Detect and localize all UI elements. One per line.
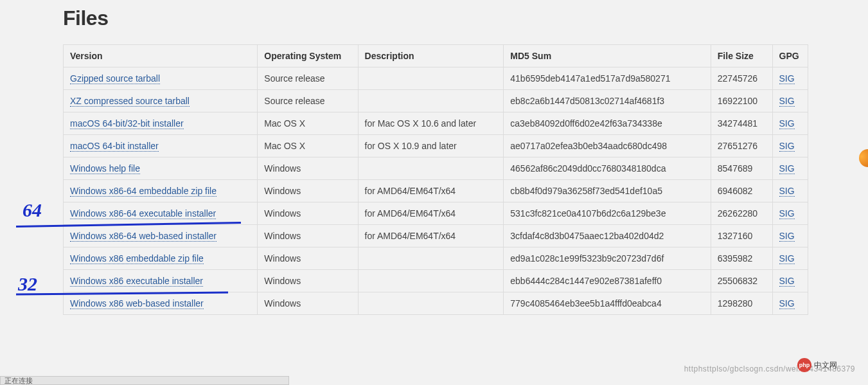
col-os: Operating System <box>258 45 358 67</box>
cell-desc: for AMD64/EM64T/x64 <box>358 180 504 202</box>
annotation-32-label: 32 <box>18 273 37 295</box>
download-link[interactable]: Windows x86-64 executable installer <box>70 208 216 219</box>
cell-size: 22745726 <box>711 67 772 90</box>
cell-md5: 779c4085464eb3ee5b1a4fffd0eabca4 <box>504 292 711 315</box>
cell-size: 1327160 <box>711 225 772 247</box>
cell-os: Windows <box>258 157 358 180</box>
download-link[interactable]: Windows x86-64 web-based installer <box>70 231 217 242</box>
cell-size: 27651276 <box>711 135 772 157</box>
cell-md5: cb8b4f0d979a36258f73ed541def10a5 <box>504 180 711 202</box>
download-link[interactable]: Windows x86-64 embeddable zip file <box>70 186 217 197</box>
cell-size: 6946082 <box>711 180 772 202</box>
files-section: Files Version Operating System Descripti… <box>63 0 808 315</box>
cell-size: 1298280 <box>711 292 772 315</box>
col-version: Version <box>64 45 258 67</box>
download-link[interactable]: Windows x86 web-based installer <box>70 298 204 309</box>
page-title: Files <box>63 6 808 30</box>
download-link[interactable]: Gzipped source tarball <box>70 73 160 84</box>
logo-badge-icon: php <box>797 358 811 372</box>
download-link[interactable]: XZ compressed source tarball <box>70 96 190 107</box>
download-link[interactable]: Windows x86 executable installer <box>70 276 203 287</box>
cell-md5: 46562af86c2049dd0cc7680348180dca <box>504 157 711 180</box>
cell-desc <box>358 292 504 315</box>
cell-md5: 41b6595deb4147a1ed517a7d9a580271 <box>504 67 711 90</box>
cell-desc <box>358 157 504 180</box>
cell-desc <box>358 247 504 270</box>
cell-os: Windows <box>258 225 358 247</box>
table-row: XZ compressed source tarballSource relea… <box>64 90 808 112</box>
browser-status-bar: 正在连接 <box>0 376 289 385</box>
sig-link[interactable]: SIG <box>779 276 795 287</box>
download-link[interactable]: Windows x86 embeddable zip file <box>70 253 204 264</box>
sig-link[interactable]: SIG <box>779 73 795 84</box>
table-row: macOS 64-bit installerMac OS Xfor OS X 1… <box>64 135 808 157</box>
cell-desc: for AMD64/EM64T/x64 <box>358 225 504 247</box>
cell-size: 6395982 <box>711 247 772 270</box>
cell-desc: for Mac OS X 10.6 and later <box>358 112 504 135</box>
cell-size: 34274481 <box>711 112 772 135</box>
cell-desc: for AMD64/EM64T/x64 <box>358 202 504 225</box>
table-row: macOS 64-bit/32-bit installerMac OS Xfor… <box>64 112 808 135</box>
side-widget-icon[interactable] <box>859 149 868 167</box>
cell-os: Source release <box>258 90 358 112</box>
cell-os: Mac OS X <box>258 135 358 157</box>
download-link[interactable]: macOS 64-bit installer <box>70 141 159 152</box>
sig-link[interactable]: SIG <box>779 186 795 197</box>
cell-size: 25506832 <box>711 270 772 292</box>
cell-md5: 531c3fc821ce0a4107b6d2c6a129be3e <box>504 202 711 225</box>
cell-desc: for OS X 10.9 and later <box>358 135 504 157</box>
col-md5: MD5 Sum <box>504 45 711 67</box>
cell-desc <box>358 90 504 112</box>
sig-link[interactable]: SIG <box>779 163 795 174</box>
col-gpg: GPG <box>772 45 808 67</box>
table-header-row: Version Operating System Description MD5… <box>64 45 808 67</box>
cell-desc <box>358 270 504 292</box>
cell-desc <box>358 67 504 90</box>
cell-os: Source release <box>258 67 358 90</box>
files-table: Version Operating System Description MD5… <box>63 44 808 315</box>
cell-md5: ca3eb84092d0ff6d02e42f63a734338e <box>504 112 711 135</box>
cell-size: 16922100 <box>711 90 772 112</box>
sig-link[interactable]: SIG <box>779 208 795 219</box>
table-row: Windows x86-64 embeddable zip fileWindow… <box>64 180 808 202</box>
cell-md5: ed9a1c028c1e99f5323b9c20723d7d6f <box>504 247 711 270</box>
table-row: Windows x86 web-based installerWindows77… <box>64 292 808 315</box>
table-row: Gzipped source tarballSource release41b6… <box>64 67 808 90</box>
sig-link[interactable]: SIG <box>779 253 795 264</box>
table-row: Windows x86-64 executable installerWindo… <box>64 202 808 225</box>
col-size: File Size <box>711 45 772 67</box>
cell-os: Mac OS X <box>258 112 358 135</box>
download-link[interactable]: Windows help file <box>70 163 140 174</box>
cell-os: Windows <box>258 247 358 270</box>
table-row: Windows x86-64 web-based installerWindow… <box>64 225 808 247</box>
table-row: Windows help fileWindows46562af86c2049dd… <box>64 157 808 180</box>
sig-link[interactable]: SIG <box>779 231 795 242</box>
cell-md5: ae0717a02efea3b0eb34aadc680dc498 <box>504 135 711 157</box>
table-row: Windows x86 executable installerWindowse… <box>64 270 808 292</box>
cell-md5: 3cfdaf4c8d3b0475aaec12ba402d04d2 <box>504 225 711 247</box>
sig-link[interactable]: SIG <box>779 141 795 152</box>
sig-link[interactable]: SIG <box>779 96 795 107</box>
sig-link[interactable]: SIG <box>779 118 795 129</box>
sig-link[interactable]: SIG <box>779 298 795 309</box>
col-desc: Description <box>358 45 504 67</box>
cell-md5: eb8c2a6b1447d50813c02714af4681f3 <box>504 90 711 112</box>
cell-os: Windows <box>258 292 358 315</box>
cell-size: 26262280 <box>711 202 772 225</box>
cell-os: Windows <box>258 180 358 202</box>
cell-os: Windows <box>258 270 358 292</box>
download-link[interactable]: macOS 64-bit/32-bit installer <box>70 118 184 129</box>
cell-size: 8547689 <box>711 157 772 180</box>
logo-text: 中文网 <box>814 360 837 371</box>
cell-os: Windows <box>258 202 358 225</box>
site-logo: php 中文网 <box>797 358 837 372</box>
annotation-64-label: 64 <box>22 199 42 221</box>
table-row: Windows x86 embeddable zip fileWindowsed… <box>64 247 808 270</box>
cell-md5: ebb6444c284c1447e902e87381afeff0 <box>504 270 711 292</box>
